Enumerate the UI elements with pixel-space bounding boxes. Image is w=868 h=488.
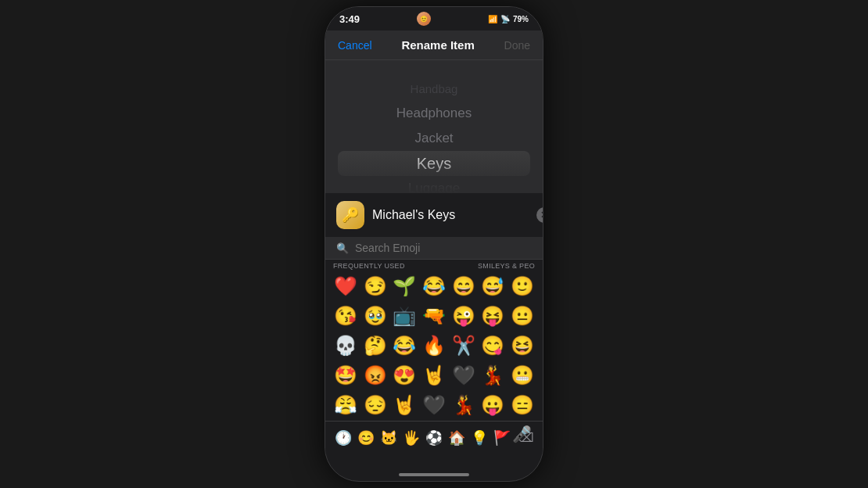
emoji-black-heart[interactable]: 🖤 — [450, 361, 478, 389]
emoji-skull[interactable]: 💀 — [332, 332, 360, 360]
nav-title: Rename Item — [401, 38, 474, 52]
emoji-black-heart2[interactable]: 🖤 — [420, 391, 448, 419]
wifi-icon: 📡 — [500, 15, 510, 23]
status-icons: 📶 📡 79% — [488, 15, 529, 23]
clear-button[interactable]: ✕ — [536, 207, 543, 223]
toolbar-objects-icon[interactable]: 💡 — [468, 425, 491, 450]
toolbar-flags-icon[interactable]: 🚩 — [491, 425, 514, 450]
done-button[interactable]: Done — [504, 39, 530, 52]
picker-item-luggage[interactable]: Luggage — [325, 176, 543, 193]
toolbar-sport-icon[interactable]: ⚽ — [422, 425, 445, 450]
emoji-heart[interactable]: ❤️ — [332, 272, 360, 300]
picker-item-jacket[interactable]: Jacket — [325, 126, 543, 151]
status-bar: 3:49 😊 📶 📡 79% — [325, 7, 543, 30]
emoji-section-headers: FREQUENTLY USED SMILEYS & PEO — [325, 260, 543, 271]
emoji-heart-eyes[interactable]: 😍 — [390, 361, 418, 389]
picker-item-handbag[interactable]: Handbag — [325, 76, 543, 101]
emoji-pensive[interactable]: 😔 — [361, 391, 389, 419]
status-time: 3:49 — [339, 13, 360, 25]
emoji-rage[interactable]: 😡 — [361, 361, 389, 389]
frequently-used-label: FREQUENTLY USED — [333, 262, 405, 270]
emoji-joy2[interactable]: 😂 — [390, 332, 418, 360]
emoji-scissors[interactable]: ✂️ — [450, 332, 478, 360]
emoji-fire[interactable]: 🔥 — [420, 332, 448, 360]
emoji-grin[interactable]: 😄 — [450, 272, 478, 300]
avatar: 😊 — [417, 12, 431, 26]
emoji-expressionless[interactable]: 😑 — [508, 391, 536, 419]
emoji-tv[interactable]: 📺 — [390, 302, 418, 330]
emoji-stuck-out[interactable]: 😛 — [479, 391, 508, 419]
search-icon: 🔍 — [336, 242, 349, 254]
toolbar-hand-icon[interactable]: 🖐 — [400, 425, 422, 450]
key-emoji: 🔑 — [342, 206, 359, 224]
emoji-rock[interactable]: 🤘 — [420, 361, 448, 389]
battery-icon: 79% — [513, 15, 529, 23]
emoji-holding-back[interactable]: 🥹 — [361, 302, 389, 330]
emoji-grid: ❤️ 😏 🌱 😂 😄 😅 🙂 😘 🥹 📺 🔫 😜 😝 😐 💀 🤔 😂 🔥 ✂️ … — [325, 271, 543, 421]
smileys-label: SMILEYS & PEO — [478, 262, 535, 270]
emoji-triumph[interactable]: 😤 — [332, 391, 360, 419]
emoji-laughing[interactable]: 😆 — [508, 332, 536, 360]
emoji-wink[interactable]: 😜 — [450, 302, 478, 330]
toolbar-recent-icon[interactable]: 🕐 — [332, 425, 354, 450]
keyboard-toolbar: 🕐 😊 🐱 🖐 ⚽ 🏠 💡 🚩 ⌫ — [325, 421, 543, 454]
emoji-star-struck[interactable]: 🤩 — [332, 361, 360, 389]
emoji-dancer[interactable]: 💃 — [479, 361, 508, 389]
emoji-gun[interactable]: 🔫 — [420, 302, 448, 330]
emoji-plant[interactable]: 🌱 — [390, 272, 418, 300]
emoji-thinking[interactable]: 🤔 — [361, 332, 389, 360]
emoji-search-input[interactable] — [355, 242, 532, 254]
mic-button[interactable]: 🎤 — [512, 425, 532, 443]
search-bar: 🔍 — [325, 237, 543, 260]
input-row: 🔑 ✕ — [325, 193, 543, 237]
mic-icon: 🎤 — [512, 425, 532, 443]
emoji-dancer2[interactable]: 💃 — [450, 391, 478, 419]
cancel-button[interactable]: Cancel — [338, 39, 372, 52]
emoji-sweat-smile[interactable]: 😅 — [479, 272, 508, 300]
emoji-neutral[interactable]: 😐 — [508, 302, 536, 330]
picker-area[interactable]: Handbag Headphones Jacket Keys Luggage U… — [325, 60, 543, 193]
emoji-smirk[interactable]: 😏 — [361, 272, 389, 300]
emoji-rock2[interactable]: 🤘 — [390, 391, 418, 419]
emoji-grimace[interactable]: 😬 — [508, 361, 536, 389]
toolbar-travel-icon[interactable]: 🏠 — [446, 425, 468, 450]
item-icon: 🔑 — [336, 201, 364, 229]
toolbar-smiley-icon[interactable]: 😊 — [354, 425, 377, 450]
emoji-smile[interactable]: 🙂 — [508, 272, 536, 300]
emoji-joy[interactable]: 😂 — [420, 272, 448, 300]
phone-frame: 3:49 😊 📶 📡 79% Cancel Rename Item Done H… — [325, 6, 543, 482]
picker-item-keys[interactable]: Keys — [338, 151, 530, 176]
home-indicator — [399, 473, 469, 476]
signal-icon: 📶 — [488, 15, 497, 23]
item-name-input[interactable] — [372, 208, 529, 222]
emoji-kiss[interactable]: 😘 — [332, 302, 360, 330]
toolbar-animal-icon[interactable]: 🐱 — [377, 425, 400, 450]
emoji-yum[interactable]: 😋 — [479, 332, 508, 360]
nav-bar: Cancel Rename Item Done — [325, 30, 543, 60]
emoji-squint[interactable]: 😝 — [479, 302, 508, 330]
picker-item-headphones[interactable]: Headphones — [325, 101, 543, 126]
picker-list: Handbag Headphones Jacket Keys Luggage U… — [325, 60, 543, 193]
